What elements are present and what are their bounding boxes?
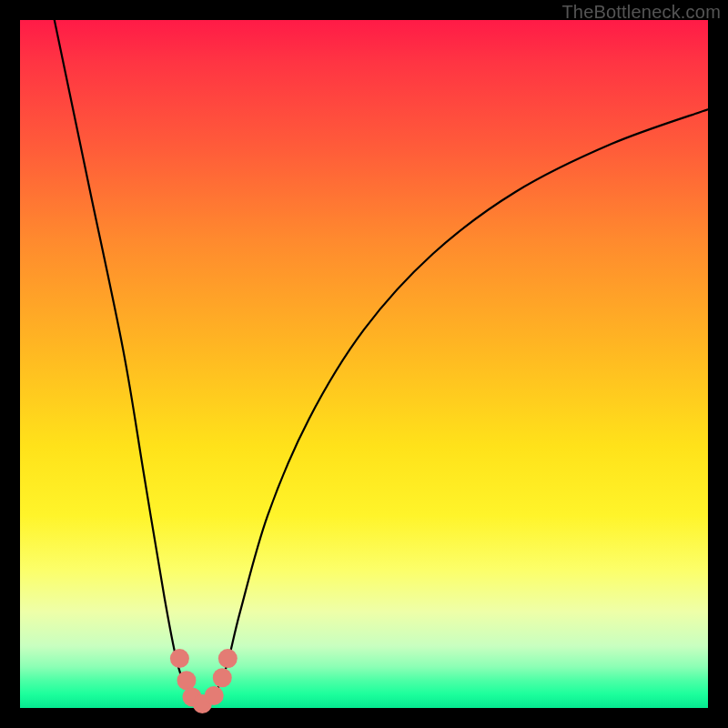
curve-marker <box>205 686 224 705</box>
watermark-text: TheBottleneck.com <box>561 2 721 23</box>
curve-marker <box>218 649 238 668</box>
curve-marker <box>213 668 232 687</box>
curve-marker <box>170 649 189 668</box>
bottleneck-curve-line <box>55 20 708 704</box>
bottleneck-curve-markers <box>170 649 238 713</box>
chart-frame <box>20 20 708 708</box>
curve-marker <box>177 671 196 690</box>
bottleneck-chart <box>20 20 708 708</box>
